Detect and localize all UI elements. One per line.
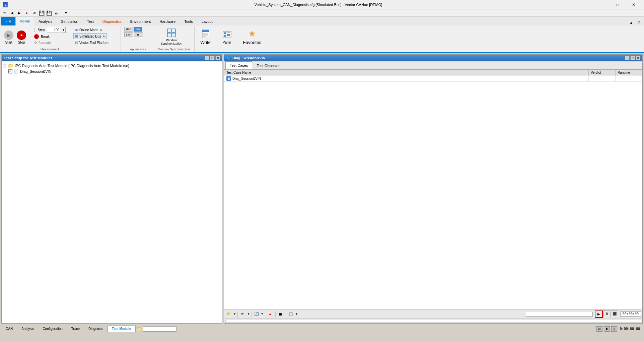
step-button[interactable]: ⟩| Step [32,27,46,33]
measurement-controls: ⟩| Step ▼ [32,27,66,33]
animate-button[interactable]: ⟳ Animate [32,40,53,46]
tree-checkbox[interactable] [8,69,12,73]
status-tab-diagnosis[interactable]: Diagnosis [84,326,108,332]
toolbar-refresh-dropdown[interactable]: ▼ [261,312,264,316]
tab-test-cases[interactable]: Test Cases [225,61,252,69]
status-tab-can[interactable]: CAN [1,326,17,332]
write-button[interactable]: Write [198,27,213,46]
tab-file[interactable]: File [1,17,15,25]
vector-tool-icon: ⊡ [75,41,78,45]
qa-open-btn[interactable]: 🗂 [31,10,38,16]
stop-small-button[interactable]: ⬛ [611,310,618,317]
panel-button[interactable]: Panel [219,27,235,46]
status-tab-analysis[interactable]: Analysis [17,326,38,332]
qa-print-btn[interactable]: 🖨 [53,10,60,16]
status-tab-configuration[interactable]: Configuration [38,326,67,332]
stop-button[interactable]: ■ Stop [15,27,27,47]
tab-layout[interactable]: Layout [197,17,217,25]
test-setup-minimize-btn[interactable]: ─ [205,56,209,60]
toolbar-open-dropdown[interactable]: ▼ [233,312,236,316]
qa-save3-btn[interactable]: 💾 [38,10,45,16]
online-mode-icon: ⊕ [75,28,78,32]
toolbar-record-btn[interactable]: ● [267,311,274,318]
runtime-cell [616,75,642,82]
stop-icon: ■ [17,31,26,40]
tab-test-observer[interactable]: Test Observer [252,61,284,69]
simulated-bus-button[interactable]: ⊞ Simulated Bus ▶ [73,33,107,39]
vector-tool-button[interactable]: ⊡ Vector Tool Platform [73,40,111,46]
restore-button[interactable]: □ [610,0,625,9]
sym-button[interactable]: sym [124,32,133,37]
window-sync-button[interactable]: Window Synchronization [158,27,185,46]
qa-record-btn[interactable]: ● [23,10,30,16]
diag-panel-titlebar: 🔷 Diag_Session&VIN ─ □ ✕ [224,55,642,61]
status-search-input[interactable] [143,326,176,332]
diag-minimize-btn[interactable]: ─ [625,56,630,60]
table-row[interactable]: 📋 Diag_Session&VIN [224,75,642,82]
online-mode-button[interactable]: ⊕ Online Mode ▶ [73,27,104,33]
diag-restore-btn[interactable]: □ [630,56,635,60]
toolbar-sep4 [275,311,276,317]
num-button[interactable]: num [134,32,143,37]
record-status-icon[interactable]: ● [611,326,617,332]
favorites-button[interactable]: ★ Favorites [241,27,264,46]
toolbar-edit-btn[interactable]: ✏ [239,311,246,318]
tree-expand-btn[interactable]: − [3,64,6,67]
tree-folder-icon: 📁 [8,63,13,68]
ribbon-collapse-btn[interactable]: ▲ [628,19,635,25]
tab-home[interactable]: Home [15,17,34,25]
tab-test[interactable]: Test [83,17,98,25]
diag-panel-controls: ─ □ ✕ [625,56,640,60]
measurement-dropdown-btn[interactable]: ▼ [61,27,66,33]
diag-close-btn[interactable]: ✕ [636,56,640,60]
run-button[interactable]: ▶ [595,310,603,318]
tab-hardware[interactable]: Hardware [155,17,180,25]
minimize-button[interactable]: ─ [594,0,609,9]
tab-diagnostics[interactable]: Diagnostics [98,17,126,25]
toolbar-sep5 [286,311,286,317]
grid-icon[interactable]: ⊞ [596,326,602,332]
tab-analysis[interactable]: Analysis [34,17,57,25]
toolbar-edit-dropdown[interactable]: ▼ [247,312,250,316]
panel-icon [222,29,232,40]
toolbar-clipboard-btn[interactable]: 📋 [287,311,295,318]
status-bar: CAN Analysis Configuration Trace Diagnos… [0,325,644,332]
ribbon-help-btn[interactable]: ? [635,19,643,25]
tab-environment[interactable]: Environment [126,17,155,25]
close-button[interactable]: ✕ [626,0,641,9]
status-tab-testmodule[interactable]: Test Module [108,326,136,332]
toolbar-stop-btn[interactable]: ⏹ [277,311,284,318]
toolbar-refresh-btn[interactable]: 🔄 [253,311,260,318]
play-controls: ▶ ⏸ ⬛ 00:00:00 [524,310,641,318]
qa-dropdown-btn[interactable]: ▼ [63,10,69,16]
qa-save1-btn[interactable]: ◀ [9,10,15,16]
status-folder-btn[interactable]: 📁 [136,326,142,331]
tab-tools[interactable]: Tools [180,17,197,25]
measurement-value-input[interactable] [47,27,60,33]
start-button[interactable]: ▶ Start [3,27,15,47]
verdict-cell [589,75,616,82]
pause-button[interactable]: ⏸ [603,310,611,317]
qa-edit-btn[interactable]: ✏ [1,10,8,16]
test-table-container: Test Case Name Verdict Runtime 📋 Diag_Se… [224,70,642,309]
hex-button[interactable]: hex [134,27,142,32]
break-button[interactable]: Break [32,34,51,40]
svg-rect-0 [167,29,171,33]
square-icon[interactable]: ■ [604,326,610,332]
status-tab-trace[interactable]: Trace [67,326,84,332]
qa-save2-btn[interactable]: ▶ [16,10,23,16]
tree-child-item[interactable]: 📄 Diag_Session&VIN [8,69,221,74]
dec-button[interactable]: dec [124,27,133,32]
qa-save4-btn[interactable]: 💾 [46,10,52,16]
toolbar-clipboard-dropdown[interactable]: ▼ [295,312,298,316]
toolbar-open-btn[interactable]: 📂 [225,311,233,318]
test-setup-close-btn[interactable]: ✕ [215,56,220,60]
play-button-container: ▶ ⏸ ⬛ [595,310,618,318]
tree-root-item[interactable]: − 📁 IPC Diagnosis Auto Test Module (IPC … [3,63,221,69]
toolbar-sep1 [237,311,238,317]
test-setup-restore-btn[interactable]: □ [210,56,215,60]
tab-simulation[interactable]: Simulation [57,17,82,25]
more-group-label: Window Synchronization [158,47,192,51]
svg-point-18 [224,35,226,37]
svg-rect-19 [227,35,230,36]
